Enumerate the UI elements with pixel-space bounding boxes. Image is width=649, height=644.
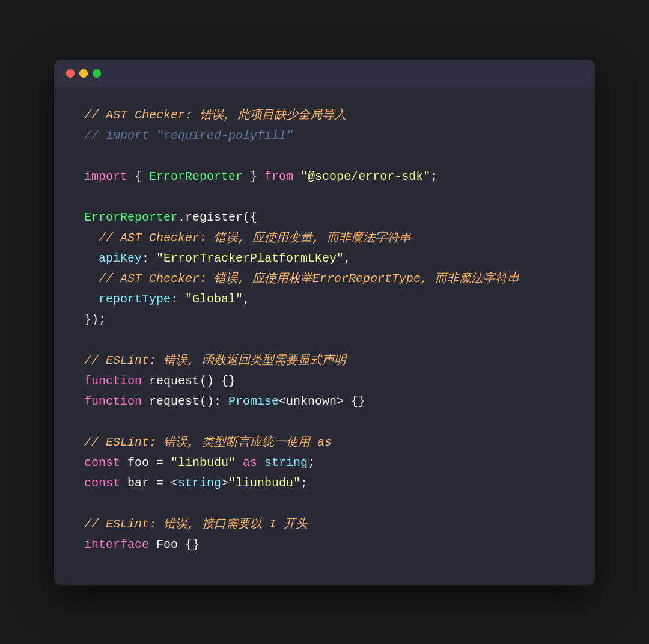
code-line: interface Foo {}	[84, 535, 565, 555]
code-line	[84, 187, 565, 207]
code-line: // ESLint: 错误, 函数返回类型需要显式声明	[84, 351, 565, 371]
code-line: const bar = <string>"liunbudu";	[84, 473, 565, 494]
code-line: // ESLint: 错误, 接口需要以 I 开头	[84, 514, 565, 535]
code-line: // AST Checker: 错误, 应使用变量, 而非魔法字符串	[84, 228, 565, 248]
code-line: function request() {}	[84, 371, 565, 391]
code-line: // AST Checker: 错误, 此项目缺少全局导入	[84, 105, 565, 126]
code-line: const foo = "linbudu" as string;	[84, 453, 565, 473]
code-line: function request(): Promise<unknown> {}	[84, 391, 565, 412]
close-button[interactable]	[66, 69, 75, 78]
code-line: // ESLint: 错误, 类型断言应统一使用 as	[84, 432, 565, 453]
titlebar	[54, 60, 595, 87]
code-line: ErrorReporter.register({	[84, 207, 565, 228]
code-line: import { ErrorReporter } from "@scope/er…	[84, 167, 565, 187]
maximize-button[interactable]	[93, 69, 101, 78]
code-line	[84, 412, 565, 432]
code-line	[84, 494, 565, 514]
code-line: reportType: "Global",	[84, 289, 565, 310]
minimize-button[interactable]	[79, 69, 88, 78]
code-editor: // AST Checker: 错误, 此项目缺少全局导入 // import …	[54, 87, 595, 585]
code-window: // AST Checker: 错误, 此项目缺少全局导入 // import …	[54, 60, 595, 585]
code-line: // AST Checker: 错误, 应使用枚举ErrorReportType…	[84, 269, 565, 289]
code-line	[84, 330, 565, 351]
code-line	[84, 146, 565, 167]
code-line: // import "required-polyfill"	[84, 126, 565, 146]
code-line: });	[84, 310, 565, 330]
code-line: apiKey: "ErrorTrackerPlatformLKey",	[84, 248, 565, 269]
